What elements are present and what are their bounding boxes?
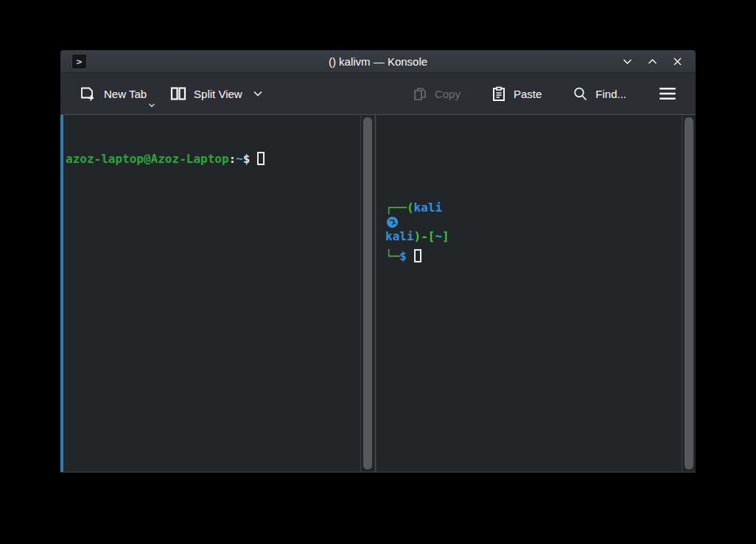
titlebar[interactable]: > () kalivm — Konsole (60, 50, 696, 73)
kali-prompt-path: ~ (435, 229, 442, 243)
terminal-cursor (257, 152, 265, 165)
terminal-output-right[interactable]: ┌──(kalikali)-[~] └─$ (377, 115, 682, 472)
close-button[interactable] (670, 54, 685, 69)
terminal-pane-left[interactable]: azoz-laptop@Azoz-Laptop:~$ (60, 115, 374, 472)
split-view-dropdown[interactable] (251, 84, 270, 103)
split-view-icon (170, 86, 186, 101)
kali-prompt-prefix-2: └─ (385, 249, 399, 263)
window-controls (620, 54, 688, 69)
kali-prompt-user: kali (414, 200, 443, 215)
terminal-cursor (414, 249, 421, 262)
menu-button[interactable] (652, 82, 683, 105)
kali-prompt-close: ] (442, 229, 449, 243)
konsole-window: > () kalivm — Konsole (60, 50, 696, 472)
copy-label: Copy (435, 88, 461, 100)
search-icon (573, 86, 588, 102)
minimize-icon (622, 56, 633, 67)
konsole-icon: > (71, 54, 87, 69)
split-view-label: Split View (194, 88, 242, 100)
kali-prompt-dollar: $ (399, 249, 407, 263)
chevron-down-icon (252, 89, 264, 98)
kali-prompt-line-2: └─$ (385, 248, 682, 265)
window-title: () kalivm — Konsole (60, 55, 696, 68)
prompt-line: azoz-laptop@Azoz-Laptop:~$ (66, 151, 360, 167)
kali-symbol-icon (386, 216, 399, 229)
paste-button[interactable]: Paste (485, 81, 548, 107)
close-icon (672, 56, 683, 67)
new-tab-icon (80, 86, 97, 102)
paste-icon (491, 86, 506, 102)
maximize-icon (647, 56, 658, 67)
kali-prompt-host: kali (385, 229, 414, 243)
right-pane-scrollbar[interactable] (682, 115, 696, 472)
copy-icon (412, 86, 427, 102)
maximize-button[interactable] (645, 54, 660, 69)
scrollbar-thumb[interactable] (363, 117, 372, 470)
toolbar: New Tab Split View Copy (60, 73, 696, 115)
split-view-button[interactable]: Split View (164, 81, 249, 106)
terminal-area: azoz-laptop@Azoz-Laptop:~$ ┌──(kalikali)… (60, 115, 696, 472)
new-tab-label: New Tab (104, 88, 147, 100)
scrollbar-thumb[interactable] (685, 117, 693, 470)
chevron-down-icon (148, 102, 155, 108)
prompt-colon: : (229, 152, 237, 166)
terminal-pane-right[interactable]: ┌──(kalikali)-[~] └─$ (377, 115, 696, 472)
kali-prompt-line-1: ┌──(kalikali)-[~] (385, 200, 682, 216)
copy-button[interactable]: Copy (405, 81, 467, 107)
kali-prompt-mid: )-[ (414, 229, 435, 243)
minimize-button[interactable] (620, 54, 635, 69)
prompt-user-host: azoz-laptop@Azoz-Laptop (66, 152, 229, 166)
blank-line (385, 151, 682, 167)
find-button[interactable]: Find... (566, 81, 633, 107)
prompt-dollar: $ (243, 152, 251, 166)
new-tab-button[interactable]: New Tab (73, 80, 153, 107)
hamburger-menu-icon (659, 87, 676, 100)
kali-prompt-prefix: ┌──( (385, 200, 414, 215)
find-label: Find... (595, 88, 626, 100)
left-pane-scrollbar[interactable] (360, 115, 374, 472)
terminal-output-left[interactable]: azoz-laptop@Azoz-Laptop:~$ (63, 115, 360, 472)
paste-label: Paste (514, 88, 542, 100)
prompt-path: ~ (236, 152, 243, 166)
